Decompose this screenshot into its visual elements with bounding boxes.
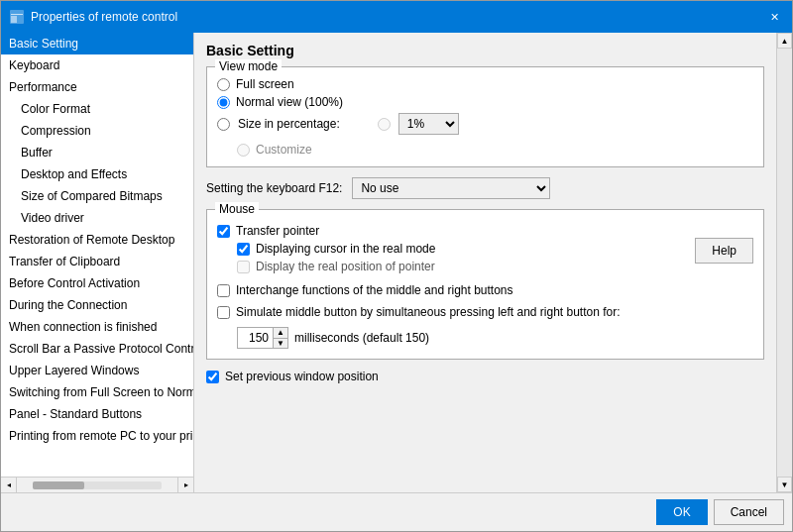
mouse-group: Mouse Transfer pointer Displaying cursor… <box>206 209 764 360</box>
tree-container: Basic SettingKeyboardPerformanceColor Fo… <box>1 33 193 447</box>
mouse-group-label: Mouse <box>215 202 259 216</box>
spinner-up-btn[interactable]: ▲ <box>274 328 287 339</box>
hscroll-left-btn[interactable]: ◂ <box>1 478 17 492</box>
interchange-label: Interchange functions of the middle and … <box>236 283 513 297</box>
mouse-header-row: Transfer pointer Displaying cursor in th… <box>217 218 753 273</box>
sidebar-item-video-driver[interactable]: Video driver <box>1 207 193 229</box>
sidebar-item-printing[interactable]: Printing from remote PC to your prin <box>1 425 193 447</box>
sidebar-item-compression[interactable]: Compression <box>1 120 193 142</box>
sidebar-item-during-connection[interactable]: During the Connection <box>1 294 193 316</box>
sidebar-item-buffer[interactable]: Buffer <box>1 142 193 163</box>
keyboard-f12-label: Setting the keyboard F12: <box>206 181 342 195</box>
keyboard-f12-row: Setting the keyboard F12: No use <box>206 177 764 199</box>
sidebar-item-performance[interactable]: Performance <box>1 76 193 98</box>
svg-rect-1 <box>11 14 23 15</box>
full-screen-row: Full screen <box>217 77 753 91</box>
sidebar-item-panel-standard[interactable]: Panel - Standard Buttons <box>1 403 193 425</box>
help-button[interactable]: Help <box>695 238 753 264</box>
interchange-row: Interchange functions of the middle and … <box>217 283 753 297</box>
transfer-pointer-row: Transfer pointer <box>217 224 695 238</box>
displaying-cursor-row: Displaying cursor in the real mode <box>237 242 695 256</box>
sidebar-item-when-finished[interactable]: When connection is finished <box>1 316 193 338</box>
sidebar-item-basic-setting[interactable]: Basic Setting <box>1 33 193 54</box>
right-scrollbar[interactable]: ▲ ▼ <box>776 33 792 492</box>
spinner-box: ▲ ▼ <box>237 327 288 349</box>
normal-view-radio[interactable] <box>217 96 230 109</box>
mouse-left: Transfer pointer Displaying cursor in th… <box>217 218 695 273</box>
sidebar-hscrollbar[interactable]: ◂ ▸ <box>1 477 193 492</box>
window-title: Properties of remote control <box>31 10 177 24</box>
simulate-middle-row: Simulate middle button by simultaneous p… <box>217 305 753 319</box>
sidebar-item-switching-fullscreen[interactable]: Switching from Full Screen to Norma <box>1 381 193 403</box>
sidebar-item-upper-layered[interactable]: Upper Layered Windows <box>1 360 193 381</box>
title-bar-left: Properties of remote control <box>9 9 177 25</box>
hscroll-track <box>33 481 162 489</box>
display-real-position-checkbox <box>237 261 250 273</box>
full-screen-radio[interactable] <box>217 78 230 91</box>
spinner-down-btn[interactable]: ▼ <box>274 339 287 349</box>
window-pos-row: Set previous window position <box>206 370 764 383</box>
title-bar: Properties of remote control ✕ <box>1 1 792 33</box>
simulate-middle-checkbox[interactable] <box>217 306 230 319</box>
main-panel: Basic Setting View mode Full screen Norm… <box>194 33 776 492</box>
displaying-cursor-checkbox[interactable] <box>237 243 250 256</box>
keyboard-f12-select[interactable]: No use <box>352 177 550 199</box>
displaying-cursor-label: Displaying cursor in the real mode <box>256 242 435 256</box>
vscroll-down-btn[interactable]: ▼ <box>777 477 792 492</box>
ok-button[interactable]: OK <box>656 499 707 525</box>
size-percentage-label: Size in percentage: <box>238 117 340 131</box>
hscroll-right-btn[interactable]: ▸ <box>177 478 193 492</box>
sidebar-item-scroll-bar[interactable]: Scroll Bar a Passive Protocol Control <box>1 338 193 360</box>
sidebar-item-before-control[interactable]: Before Control Activation <box>1 272 193 294</box>
normal-view-label: Normal view (100%) <box>236 95 343 109</box>
customize-radio <box>237 144 250 157</box>
view-mode-radio-group: Full screen Normal view (100%) Size in p… <box>217 77 753 157</box>
main-window: Properties of remote control ✕ Basic Set… <box>0 0 793 532</box>
sidebar-item-desktop-effects[interactable]: Desktop and Effects <box>1 163 193 185</box>
interchange-checkbox[interactable] <box>217 284 230 297</box>
milliseconds-label: milliseconds (default 150) <box>294 331 429 345</box>
close-button[interactable]: ✕ <box>764 7 784 27</box>
sidebar-item-size-compared[interactable]: Size of Compared Bitmaps <box>1 185 193 207</box>
set-previous-window-label: Set previous window position <box>225 370 379 383</box>
normal-view-row: Normal view (100%) <box>217 95 753 109</box>
customize-label: Customize <box>256 143 312 157</box>
set-previous-window-checkbox[interactable] <box>206 371 219 383</box>
sidebar-tree[interactable]: Basic SettingKeyboardPerformanceColor Fo… <box>1 33 193 477</box>
vscroll-track <box>777 49 792 477</box>
window-icon <box>9 9 25 25</box>
hscroll-thumb <box>33 481 84 489</box>
bottom-bar: OK Cancel <box>1 492 792 531</box>
spinner-btns: ▲ ▼ <box>273 328 287 348</box>
display-real-position-row: Display the real position of pointer <box>237 260 695 273</box>
view-mode-label: View mode <box>215 59 282 73</box>
svg-rect-2 <box>11 16 17 23</box>
pct-value-radio <box>378 118 391 131</box>
sidebar-item-color-format[interactable]: Color Format <box>1 98 193 120</box>
section-title: Basic Setting <box>206 43 764 58</box>
full-screen-label: Full screen <box>236 77 294 91</box>
title-bar-controls: ✕ <box>764 7 784 27</box>
customize-row: Customize <box>217 143 753 157</box>
view-mode-group: View mode Full screen Normal view (100%)… <box>206 66 764 167</box>
size-percentage-row: Size in percentage: 1% 25% 50% 75% 100% <box>217 113 753 135</box>
transfer-pointer-label: Transfer pointer <box>236 224 319 238</box>
sidebar-wrapper: Basic SettingKeyboardPerformanceColor Fo… <box>1 33 194 492</box>
simulate-middle-label: Simulate middle button by simultaneous p… <box>236 305 621 319</box>
milliseconds-input[interactable] <box>238 328 273 348</box>
window-content: Basic SettingKeyboardPerformanceColor Fo… <box>1 33 792 492</box>
vscroll-up-btn[interactable]: ▲ <box>777 33 792 49</box>
sidebar-item-restoration[interactable]: Restoration of Remote Desktop <box>1 229 193 251</box>
display-real-position-label: Display the real position of pointer <box>256 260 435 273</box>
cancel-button[interactable]: Cancel <box>714 499 784 525</box>
percentage-select[interactable]: 1% 25% 50% 75% 100% <box>398 113 459 135</box>
transfer-pointer-checkbox[interactable] <box>217 225 230 238</box>
size-percentage-radio[interactable] <box>217 118 230 131</box>
spinner-row: ▲ ▼ milliseconds (default 150) <box>237 327 753 349</box>
sidebar-item-keyboard[interactable]: Keyboard <box>1 54 193 76</box>
sidebar-item-transfer-clipboard[interactable]: Transfer of Clipboard <box>1 251 193 272</box>
